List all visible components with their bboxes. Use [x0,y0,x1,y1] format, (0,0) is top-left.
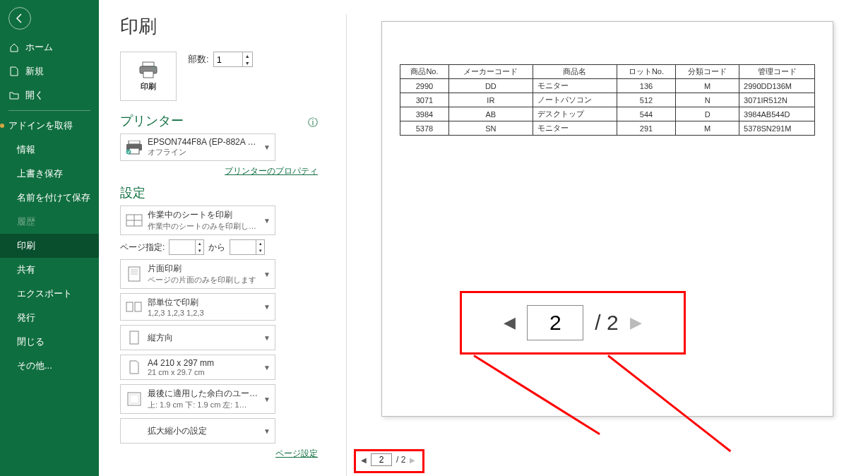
table-header: 商品No. [400,65,449,79]
svg-rect-15 [126,302,133,311]
table-header: 商品名 [533,65,617,79]
sidebar-item-addin[interactable]: アドインを取得 [0,114,99,138]
setting-orientation[interactable]: 縦方向 ▼ [120,325,275,350]
svg-point-3 [153,68,155,69]
setting-margin-line2: 上: 1.9 cm 下: 1.9 cm 左: 1… [148,400,261,410]
table-cell: 544 [617,107,675,121]
sidebar-item-info[interactable]: 情報 [0,138,99,162]
sheet-icon [125,211,143,230]
table-row: 3984ABデスクトップ544D3984AB544D [400,107,815,121]
setting-collate-line2: 1,2,3 1,2,3 1,2,3 [148,309,261,317]
sidebar-item-home[interactable]: ホーム [0,35,99,59]
back-button[interactable] [8,7,31,30]
page-total: / 2 [396,455,405,465]
setting-orientation-label: 縦方向 [148,332,261,344]
svg-rect-16 [135,302,141,311]
svg-rect-4 [129,141,140,144]
page-title: 印刷 [120,14,318,39]
page-setup-link[interactable]: ページ設定 [120,448,318,460]
print-button[interactable]: 印刷 [120,52,177,101]
table-cell: モニター [533,121,617,136]
setting-sides[interactable]: 片面印刷 ページの片面のみを印刷します ▼ [120,259,275,289]
setting-sheet-line1: 作業中のシートを印刷 [148,209,261,221]
table-row: 2990DDモニター136M2990DD136M [400,79,815,93]
sidebar-item-publish[interactable]: 発行 [0,306,99,330]
table-cell: 512 [617,93,675,107]
printer-properties-link[interactable]: プリンターのプロパティ [120,165,318,177]
table-row: 3071IRノートパソコン512N3071IR512N [400,93,815,107]
copies-up[interactable]: ▲ [243,52,252,59]
margins-icon [125,390,143,408]
dropdown-arrow-icon: ▼ [263,270,270,278]
table-cell: M [676,79,739,93]
print-button-label: 印刷 [141,81,156,92]
table-header: メーカーコード [448,65,533,79]
setting-scale-label: 拡大縮小の設定 [148,425,261,437]
dropdown-arrow-icon: ▼ [263,217,270,225]
printer-select[interactable]: EPSON744F8A (EP-882A S… オフライン ▼ [120,133,275,161]
copies-down[interactable]: ▼ [243,59,252,66]
sidebar-item-more[interactable]: その他... [0,354,99,378]
current-page-input[interactable] [371,453,392,466]
svg-rect-0 [143,62,154,66]
sidebar-addin-label: アドインを取得 [8,119,73,132]
sidebar-item-open[interactable]: 開く [0,83,99,107]
callout-page-input[interactable] [527,305,583,340]
setting-print-what[interactable]: 作業中のシートを印刷 作業中のシートのみを印刷します ▼ [120,206,275,235]
sidebar-publish-label: 発行 [17,311,35,324]
info-icon[interactable]: ⓘ [308,117,318,129]
printer-status: オフライン [148,147,261,157]
setting-margin-line1: 最後に適用した余白のユーザー設定 [148,388,261,400]
print-settings-pane: 印刷 印刷 部数: ▲▼ プリンター ⓘ [120,14,318,476]
sidebar-item-saveas[interactable]: 名前を付けて保存 [0,186,99,210]
back-arrow-icon [14,13,25,24]
table-cell: M [676,121,739,136]
sidebar-item-print[interactable]: 印刷 [0,234,99,258]
setting-margins[interactable]: 最後に適用した余白のユーザー設定 上: 1.9 cm 下: 1.9 cm 左: … [120,384,275,414]
sidebar-item-share[interactable]: 共有 [0,258,99,282]
copies-spinner[interactable]: ▲▼ [213,52,253,67]
callout-prev-icon[interactable]: ◀ [504,314,516,332]
single-side-icon [125,265,143,283]
sidebar-item-export[interactable]: エクスポート [0,282,99,306]
page-from-spinner[interactable]: ▲▼ [169,239,204,255]
table-header: 管理コード [739,65,815,79]
sidebar-item-save[interactable]: 上書き保存 [0,162,99,186]
sidebar-info-label: 情報 [17,143,35,156]
setting-scale[interactable]: 拡大縮小の設定 ▼ [120,418,275,444]
setting-collate[interactable]: 部単位で印刷 1,2,3 1,2,3 1,2,3 ▼ [120,293,275,321]
table-header: ロットNo. [617,65,675,79]
svg-rect-2 [143,71,153,78]
page-range-to-label: から [208,242,225,254]
table-cell: 3984 [400,107,449,121]
sidebar-more-label: その他... [17,359,52,372]
table-cell: 5378 [400,121,449,136]
print-preview-pane: 商品No.メーカーコード商品名ロットNo.分類コード管理コード 2990DDモニ… [346,14,868,476]
table-cell: IR [448,93,533,107]
callout-next-icon: ▶ [630,314,642,332]
sidebar-new-label: 新規 [25,65,44,78]
sidebar-item-new[interactable]: 新規 [0,59,99,83]
setting-sheet-line2: 作業中のシートのみを印刷します [148,221,261,232]
page-to-input[interactable] [230,240,256,254]
dropdown-arrow-icon: ▼ [263,427,270,435]
page-from-input[interactable] [170,240,195,254]
paper-icon [125,358,143,376]
table-cell: 3071 [400,93,449,107]
preview-table: 商品No.メーカーコード商品名ロットNo.分類コード管理コード 2990DDモニ… [400,64,815,136]
printer-icon [138,61,158,78]
table-cell: 5378SN291M [739,121,815,136]
sidebar-print-label: 印刷 [17,239,35,252]
setting-paper[interactable]: A4 210 x 297 mm 21 cm x 29.7 cm ▼ [120,355,275,380]
table-cell: N [676,93,739,107]
prev-page-button[interactable]: ◀ [361,456,367,464]
preview-page: 商品No.メーカーコード商品名ロットNo.分類コード管理コード 2990DDモニ… [381,21,833,417]
table-cell: D [676,107,739,121]
copies-input[interactable] [214,52,242,66]
svg-rect-19 [130,395,138,403]
sidebar-item-close[interactable]: 閉じる [0,330,99,354]
collate-icon [125,298,143,316]
portrait-icon [125,328,143,347]
page-to-spinner[interactable]: ▲▼ [230,239,265,255]
table-cell: 2990DD136M [739,79,815,93]
